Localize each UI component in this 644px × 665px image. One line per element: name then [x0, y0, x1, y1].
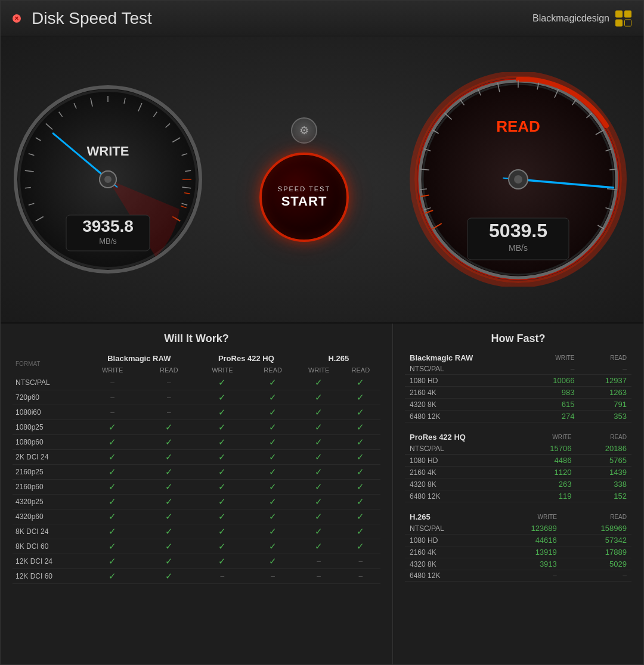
- table-cell: –: [297, 554, 341, 569]
- table-cell: ✓: [196, 480, 249, 495]
- table-row: 1080i60––✓✓✓✓: [13, 405, 380, 420]
- table-row: NTSC/PAL––✓✓✓✓: [13, 375, 380, 390]
- brand-dot-4: [624, 19, 631, 26]
- brand-dot-1: [615, 10, 623, 17]
- table-cell: ✓: [196, 509, 249, 524]
- table-cell: ✓: [196, 554, 249, 569]
- speed-format: 6480 12K: [405, 570, 492, 582]
- table-cell: NTSC/PAL: [13, 375, 83, 390]
- speed-format: 1080 HD: [405, 375, 527, 387]
- brand-dot-3: [615, 19, 623, 26]
- right-panel-title: How Fast?: [405, 332, 631, 345]
- h265-header: H.265: [297, 352, 380, 365]
- speed-col-header: WRITE: [521, 431, 577, 443]
- table-cell: ✓: [249, 524, 297, 539]
- close-button[interactable]: ✕: [13, 14, 21, 23]
- table-cell: ✓: [143, 495, 196, 509]
- speed-row: NTSC/PAL1570620186: [405, 443, 631, 455]
- table-cell: ✓: [196, 405, 249, 420]
- speed-col-header: READ: [562, 511, 631, 523]
- table-cell: ✓: [143, 554, 196, 569]
- table-cell: ✓: [249, 390, 297, 405]
- start-label-large: START: [281, 194, 327, 209]
- gauge-container: 3935.8 MB/s WRITE ⚙ SPEED TEST START: [13, 72, 631, 287]
- svg-text:MB/s: MB/s: [99, 237, 117, 246]
- speed-write: 123689: [492, 523, 562, 535]
- table-cell: 8K DCI 60: [13, 539, 83, 554]
- table-row: 4320p25✓✓✓✓✓✓: [13, 495, 380, 509]
- speed-row: 1080 HD1006612937: [405, 375, 631, 387]
- table-cell: ✓: [297, 420, 341, 435]
- table-cell: ✓: [196, 450, 249, 465]
- table-row: 8K DCI 60✓✓✓✓✓✓: [13, 539, 380, 554]
- speed-read: 338: [576, 478, 631, 490]
- table-cell: –: [297, 569, 341, 584]
- table-cell: ✓: [143, 435, 196, 450]
- speed-row: 4320 8K263338: [405, 478, 631, 490]
- svg-text:WRITE: WRITE: [87, 144, 129, 159]
- table-row: 1080p25✓✓✓✓✓✓: [13, 420, 380, 435]
- table-cell: –: [341, 569, 380, 584]
- center-area: ⚙ SPEED TEST START: [259, 117, 349, 242]
- table-cell: ✓: [196, 524, 249, 539]
- table-cell: ✓: [143, 524, 196, 539]
- speed-row: 2160 4K9831263: [405, 387, 631, 399]
- speed-read: –: [562, 570, 631, 582]
- speed-write: 3913: [492, 558, 562, 570]
- speed-format: NTSC/PAL: [405, 443, 521, 455]
- table-row: 1080p60✓✓✓✓✓✓: [13, 435, 380, 450]
- table-cell: ✓: [341, 435, 380, 450]
- speed-section-name: Blackmagic RAW: [405, 352, 527, 363]
- table-cell: 2160p60: [13, 480, 83, 495]
- speed-write: 4486: [521, 455, 577, 467]
- svg-point-33: [104, 176, 112, 183]
- table-cell: ✓: [249, 509, 297, 524]
- table-cell: ✓: [249, 420, 297, 435]
- table-cell: 1080p60: [13, 435, 83, 450]
- table-cell: 720p60: [13, 390, 83, 405]
- table-cell: ✓: [249, 465, 297, 480]
- speed-write: –: [527, 363, 579, 375]
- table-cell: ✓: [196, 465, 249, 480]
- speed-read: 158969: [562, 523, 631, 535]
- speed-format: 2160 4K: [405, 546, 492, 558]
- speed-format: 2160 4K: [405, 387, 527, 399]
- speed-write: 13919: [492, 546, 562, 558]
- table-cell: ✓: [196, 375, 249, 390]
- h265-write-header: WRITE: [297, 365, 341, 375]
- table-cell: –: [143, 390, 196, 405]
- table-cell: ✓: [297, 390, 341, 405]
- table-cell: ✓: [143, 539, 196, 554]
- speed-write: 119: [521, 490, 577, 502]
- braw-read-header: READ: [143, 365, 196, 375]
- table-cell: ✓: [143, 450, 196, 465]
- table-cell: ✓: [297, 509, 341, 524]
- speed-format: 1080 HD: [405, 535, 492, 546]
- table-cell: –: [249, 569, 297, 584]
- speed-table: ProRes 422 HQWRITEREADNTSC/PAL1570620186…: [405, 431, 631, 502]
- brand-logo: Blackmagicdesign: [532, 10, 631, 26]
- table-cell: ✓: [341, 539, 380, 554]
- svg-text:READ: READ: [496, 117, 540, 135]
- table-cell: ✓: [143, 420, 196, 435]
- speed-row: 1080 HD44865765: [405, 455, 631, 467]
- speed-write: 1120: [521, 467, 577, 478]
- speed-format: 4320 8K: [405, 399, 527, 411]
- svg-line-21: [185, 170, 191, 171]
- speed-sections: Blackmagic RAWWRITEREADNTSC/PAL––1080 HD…: [405, 352, 631, 582]
- table-cell: ✓: [196, 539, 249, 554]
- table-cell: ✓: [83, 450, 143, 465]
- table-cell: ✓: [83, 539, 143, 554]
- brand-dot-2: [624, 10, 631, 17]
- table-cell: ✓: [196, 420, 249, 435]
- speed-write: 44616: [492, 535, 562, 546]
- speed-col-header: WRITE: [492, 511, 562, 523]
- settings-button[interactable]: ⚙: [291, 117, 317, 144]
- prores-header: ProRes 422 HQ: [196, 352, 297, 365]
- left-panel-title: Will It Work?: [13, 332, 380, 345]
- table-cell: ✓: [83, 435, 143, 450]
- speed-format: NTSC/PAL: [405, 363, 527, 375]
- start-button[interactable]: SPEED TEST START: [259, 153, 349, 242]
- table-cell: ✓: [297, 480, 341, 495]
- table-row: 12K DCI 24✓✓✓✓––: [13, 554, 380, 569]
